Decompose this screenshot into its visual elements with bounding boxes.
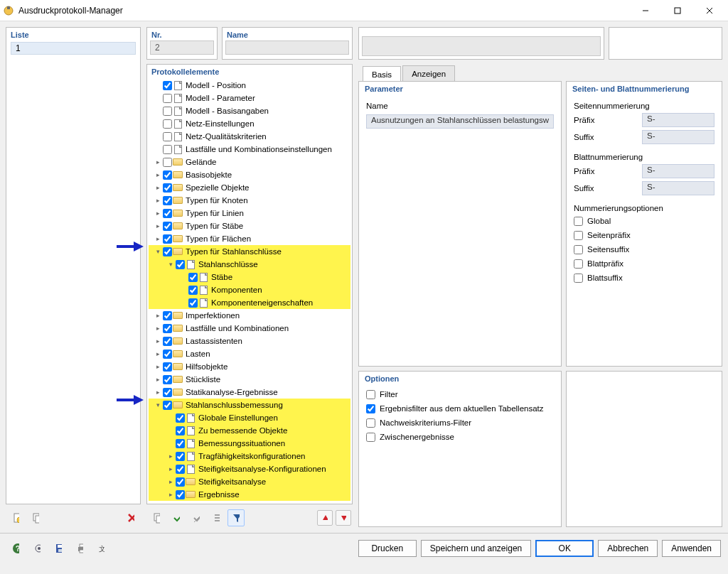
- tree-row[interactable]: ▸Komponenteneigenschaften: [149, 296, 350, 309]
- tree-row[interactable]: ▸Steifigkeitsanalyse-Konfigurationen: [149, 462, 350, 475]
- tree-row[interactable]: ▸Ergebnisse: [149, 488, 350, 501]
- tree-checkbox[interactable]: [163, 401, 172, 410]
- page-prefix-field[interactable]: S-: [642, 113, 714, 127]
- expand-icon[interactable]: ▸: [153, 376, 163, 383]
- page-suffix-field[interactable]: S-: [642, 130, 714, 144]
- tree-checkbox[interactable]: [163, 81, 172, 90]
- tree-checkbox[interactable]: [176, 452, 185, 461]
- tree-checkbox[interactable]: [176, 439, 185, 448]
- checkbox[interactable]: [574, 245, 583, 254]
- tree-row[interactable]: ▸Netz-Qualitätskriterien: [149, 130, 350, 143]
- tree-row[interactable]: ▾Typen für Stahlanschlüsse: [149, 245, 350, 258]
- duplicate-button[interactable]: [148, 509, 165, 526]
- tree-row[interactable]: ▸Stückliste: [149, 373, 350, 386]
- expand-icon[interactable]: ▸: [153, 350, 163, 357]
- tree-checkbox[interactable]: [163, 247, 172, 256]
- collapse-icon[interactable]: ▾: [153, 248, 163, 255]
- tree-checkbox[interactable]: [163, 388, 172, 397]
- expand-icon[interactable]: ▸: [153, 325, 163, 332]
- tree-checkbox[interactable]: [163, 362, 172, 372]
- protokoll-tree[interactable]: ▸Modell - Position▸Modell - Parameter▸Mo…: [149, 79, 350, 502]
- tree-row[interactable]: ▸Spezielle Objekte: [149, 181, 350, 194]
- tree-checkbox[interactable]: [163, 234, 172, 244]
- move-down-button[interactable]: [336, 510, 351, 526]
- tree-checkbox[interactable]: [163, 158, 172, 167]
- tree-checkbox[interactable]: [176, 426, 185, 435]
- tree-row[interactable]: ▸Modell - Position: [149, 79, 350, 92]
- language-button[interactable]: 文A: [92, 540, 109, 557]
- parameter-name-field[interactable]: Ausnutzungen an Stahlanschlüssen belastu…: [366, 114, 554, 129]
- expand-icon[interactable]: ▸: [166, 491, 176, 498]
- tree-row[interactable]: ▸Gelände: [149, 156, 350, 168]
- tree-checkbox[interactable]: [163, 375, 172, 384]
- tree-row[interactable]: ▸Grafiken: [149, 501, 350, 502]
- move-up-button[interactable]: [317, 510, 333, 526]
- numbering-option[interactable]: Blattpräfix: [574, 256, 714, 271]
- tree-row[interactable]: ▸Imperfektionen: [149, 309, 350, 322]
- tree-checkbox[interactable]: [163, 183, 172, 193]
- tree-checkbox[interactable]: [163, 209, 172, 218]
- expand-icon[interactable]: ▸: [153, 389, 163, 396]
- check-all-button[interactable]: [168, 509, 185, 526]
- expand-icon[interactable]: ▸: [166, 478, 176, 485]
- tree-row[interactable]: ▸Typen für Flächen: [149, 232, 350, 245]
- option-row[interactable]: Filter: [366, 387, 554, 401]
- expand-icon[interactable]: ▸: [153, 235, 163, 242]
- new-button[interactable]: [7, 509, 24, 526]
- collapse-icon[interactable]: ▾: [153, 401, 163, 408]
- expand-icon[interactable]: ▸: [153, 171, 163, 178]
- anwenden-button[interactable]: Anwenden: [662, 540, 721, 557]
- checkbox[interactable]: [366, 404, 375, 413]
- abbrechen-button[interactable]: Abbrechen: [598, 540, 658, 557]
- checkbox[interactable]: [574, 274, 583, 283]
- tree-row[interactable]: ▸Basisobjekte: [149, 168, 350, 181]
- tree-row[interactable]: ▸Lastfälle und Kombinationseinstellungen: [149, 143, 350, 156]
- numbering-option[interactable]: Seitenpräfix: [574, 228, 714, 242]
- tab-anzeigen[interactable]: Anzeigen: [402, 65, 455, 81]
- tree-row[interactable]: ▸Netz-Einstellungen: [149, 117, 350, 130]
- numbering-option[interactable]: Seitensuffix: [574, 242, 714, 256]
- expand-icon[interactable]: ▸: [153, 312, 163, 319]
- checkbox[interactable]: [574, 231, 583, 240]
- expand-icon[interactable]: ▸: [153, 210, 163, 217]
- tree-row[interactable]: ▸Globale Einstellungen: [149, 411, 350, 424]
- tree-checkbox[interactable]: [163, 337, 172, 346]
- tree-checkbox[interactable]: [163, 222, 172, 231]
- tree-row[interactable]: ▸Stäbe: [149, 271, 350, 283]
- expand-icon[interactable]: ▸: [153, 197, 163, 204]
- tree-checkbox[interactable]: [176, 413, 185, 423]
- tree-row[interactable]: ▸Steifigkeitsanalyse: [149, 475, 350, 488]
- tree-row[interactable]: ▸Komponenten: [149, 283, 350, 296]
- name-field[interactable]: [225, 40, 349, 55]
- save-button[interactable]: [50, 540, 67, 557]
- tree-row[interactable]: ▸Lastassistenten: [149, 335, 350, 347]
- minimize-button[interactable]: [629, 0, 661, 21]
- tree-checkbox[interactable]: [188, 298, 198, 308]
- expand-icon[interactable]: ▸: [153, 184, 163, 191]
- expand-icon[interactable]: ▸: [153, 363, 163, 370]
- tree-checkbox[interactable]: [188, 273, 198, 282]
- collapse-icon[interactable]: ▾: [166, 261, 176, 268]
- ok-button[interactable]: OK: [535, 540, 594, 557]
- tree-checkbox[interactable]: [163, 324, 172, 333]
- expand-icon[interactable]: ▸: [153, 337, 163, 345]
- option-row[interactable]: Zwischenergebnisse: [366, 430, 554, 444]
- tree-checkbox[interactable]: [176, 465, 185, 474]
- sheet-suffix-field[interactable]: S-: [642, 181, 714, 195]
- tree-row[interactable]: ▸Tragfähigkeitskonfigurationen: [149, 450, 350, 462]
- tree-row[interactable]: ▾Stahlanschlüsse: [149, 258, 350, 271]
- delete-button[interactable]: [122, 509, 139, 526]
- checkbox[interactable]: [574, 217, 583, 226]
- drucken-button[interactable]: Drucken: [358, 540, 417, 557]
- expand-icon[interactable]: ▸: [153, 158, 163, 166]
- option-row[interactable]: Ergebnisfilter aus dem aktuellen Tabelle…: [366, 401, 554, 416]
- tree-row[interactable]: ▸Bemessungssituationen: [149, 437, 350, 450]
- tree-checkbox[interactable]: [163, 145, 172, 154]
- checkbox[interactable]: [366, 418, 375, 428]
- tree-checkbox[interactable]: [176, 490, 185, 499]
- tree-row[interactable]: ▸Lastfälle und Kombinationen: [149, 322, 350, 335]
- tree-row[interactable]: ▸Statikanalyse-Ergebnisse: [149, 386, 350, 399]
- tree-row[interactable]: ▸Modell - Basisangaben: [149, 104, 350, 117]
- tree-checkbox[interactable]: [176, 260, 185, 269]
- tree-row[interactable]: ▾Stahlanschlussbemessung: [149, 399, 350, 411]
